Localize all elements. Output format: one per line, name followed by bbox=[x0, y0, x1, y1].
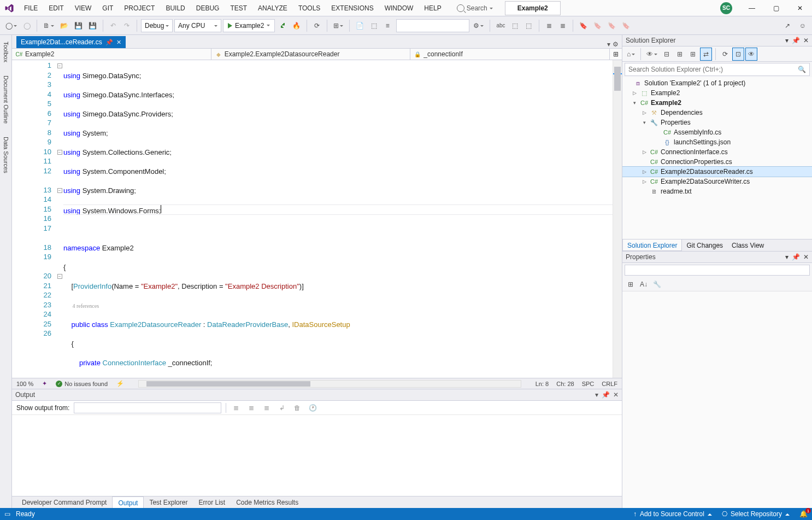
bookmark-next[interactable]: 🔖 bbox=[605, 19, 618, 32]
tb-abc[interactable]: abc bbox=[494, 19, 507, 32]
se-btn2[interactable]: ⊞ bbox=[674, 48, 686, 61]
tab-class-view[interactable]: Class View bbox=[727, 239, 768, 251]
hot-reload-button[interactable]: 🔥 bbox=[290, 19, 303, 32]
lightbulb-icon[interactable]: ⚡ bbox=[116, 380, 124, 387]
close-button[interactable]: ✕ bbox=[788, 0, 812, 16]
output-btn-4[interactable]: ↲ bbox=[276, 402, 287, 413]
tab-test-explorer[interactable]: Test Explorer bbox=[144, 496, 193, 509]
se-home-button[interactable]: ⌂ bbox=[625, 48, 637, 61]
fold-column[interactable]: − − − − bbox=[56, 60, 63, 378]
panel-dropdown-icon[interactable]: ▾ bbox=[595, 391, 598, 399]
tb-btn-7[interactable]: ≣ bbox=[543, 19, 555, 32]
notifications-icon[interactable]: 🔔1 bbox=[799, 510, 808, 518]
menu-debug[interactable]: DEBUG bbox=[191, 0, 225, 16]
pin-icon[interactable]: 📌 bbox=[602, 391, 610, 399]
tb-btn-4[interactable]: ≡ bbox=[381, 19, 393, 32]
menu-analyze[interactable]: ANALYZE bbox=[252, 0, 293, 16]
status-crlf[interactable]: CRLF bbox=[602, 381, 617, 387]
tb-btn-5[interactable]: ⬚ bbox=[509, 19, 521, 32]
redo-button[interactable]: ↷ bbox=[121, 19, 133, 32]
vertical-scrollbar[interactable] bbox=[613, 60, 622, 378]
menu-project[interactable]: PROJECT bbox=[119, 0, 160, 16]
config-combo[interactable]: Debug bbox=[141, 19, 173, 32]
output-header[interactable]: Output ▾ 📌 ✕ bbox=[12, 389, 622, 401]
se-btn3[interactable]: ⊞ bbox=[687, 48, 699, 61]
tb-btn-6[interactable]: ⬚ bbox=[523, 19, 535, 32]
menu-tools[interactable]: TOOLS bbox=[293, 0, 326, 16]
output-btn-2[interactable]: ≣ bbox=[246, 402, 257, 413]
open-button[interactable]: 📂 bbox=[58, 19, 70, 32]
feedback-button[interactable]: ☺ bbox=[797, 19, 809, 32]
menu-edit[interactable]: EDIT bbox=[43, 0, 69, 16]
properties-header[interactable]: Properties ▾📌✕ bbox=[622, 252, 812, 263]
solution-explorer-search[interactable]: Search Solution Explorer (Ctrl+;) 🔍 bbox=[625, 63, 810, 76]
user-avatar[interactable]: SC bbox=[720, 2, 732, 14]
solution-tree[interactable]: ⧈Solution 'Example2' (1 of 1 project) ▷⬚… bbox=[622, 77, 812, 239]
title-solution-tab[interactable]: Example2 bbox=[505, 1, 561, 15]
code-text[interactable]: using Simego.DataSync; using Simego.Data… bbox=[63, 60, 613, 378]
close-icon[interactable]: ✕ bbox=[803, 37, 809, 44]
solution-explorer-header[interactable]: Solution Explorer ▾📌✕ bbox=[622, 35, 812, 46]
tb-btn-3[interactable]: ⬚ bbox=[368, 19, 380, 32]
se-sync-button[interactable]: ⇄ bbox=[700, 48, 712, 61]
menu-window[interactable]: WINDOW bbox=[379, 0, 419, 16]
menu-test[interactable]: TEST bbox=[225, 0, 252, 16]
output-source-combo[interactable] bbox=[74, 402, 221, 413]
panel-dropdown-icon[interactable]: ▾ bbox=[785, 37, 789, 44]
menu-git[interactable]: GIT bbox=[97, 0, 119, 16]
menu-view[interactable]: VIEW bbox=[69, 0, 97, 16]
health-icon[interactable]: ✦ bbox=[42, 380, 47, 387]
find-box[interactable] bbox=[396, 19, 469, 32]
pin-icon[interactable]: 📌 bbox=[792, 253, 800, 261]
live-share-button[interactable]: ↗ bbox=[781, 19, 793, 32]
tb-btn-2[interactable]: 📄 bbox=[354, 19, 366, 32]
output-body[interactable] bbox=[12, 415, 622, 496]
tab-git-changes[interactable]: Git Changes bbox=[682, 239, 727, 251]
tab-error-list[interactable]: Error List bbox=[193, 496, 231, 509]
status-output-icon[interactable]: ▭ bbox=[4, 510, 10, 518]
menu-extensions[interactable]: EXTENSIONS bbox=[326, 0, 379, 16]
maximize-button[interactable]: ▢ bbox=[764, 0, 788, 16]
bookmark-prev[interactable]: 🔖 bbox=[591, 19, 604, 32]
codenav-project[interactable]: C#Example2 bbox=[12, 49, 211, 60]
codenav-member[interactable]: 🔒_connectionIf bbox=[410, 49, 610, 60]
close-icon[interactable]: ✕ bbox=[803, 253, 809, 261]
tab-options-icon[interactable]: ⚙ bbox=[613, 40, 619, 48]
properties-grid[interactable] bbox=[622, 291, 812, 508]
start-without-debug-button[interactable] bbox=[276, 19, 289, 32]
tab-overflow-icon[interactable]: ▾ bbox=[607, 40, 610, 48]
output-btn-1[interactable]: ≣ bbox=[231, 402, 242, 413]
codenav-class[interactable]: ◆Example2.Example2DatasourceReader bbox=[211, 49, 411, 60]
new-project-button[interactable]: 🗎 bbox=[41, 19, 56, 32]
codenav-split[interactable]: ⊞ bbox=[610, 49, 622, 60]
panel-dropdown-icon[interactable]: ▾ bbox=[785, 253, 789, 261]
menu-build[interactable]: BUILD bbox=[160, 0, 190, 16]
se-refresh[interactable]: ⟳ bbox=[719, 48, 731, 61]
platform-combo[interactable]: Any CPU bbox=[174, 19, 221, 32]
tab-output[interactable]: Output bbox=[112, 496, 144, 509]
document-tab[interactable]: Example2Dat...ceReader.cs 📌 ✕ bbox=[16, 36, 126, 48]
tb-btn-8[interactable]: ≣ bbox=[557, 19, 569, 32]
status-ln[interactable]: Ln: 8 bbox=[536, 381, 549, 387]
undo-button[interactable]: ↶ bbox=[107, 19, 119, 32]
props-categorized[interactable]: ⊞ bbox=[625, 278, 637, 291]
se-switch-view[interactable]: 👁 bbox=[644, 48, 660, 61]
se-showall[interactable]: ⊡ bbox=[732, 48, 744, 61]
data-sources-tab[interactable]: Data Sources bbox=[2, 133, 10, 177]
add-to-source-control[interactable]: ↑Add to Source Control bbox=[633, 510, 712, 518]
toolbox-tab[interactable]: Toolbox bbox=[2, 38, 10, 66]
minimize-button[interactable]: — bbox=[740, 0, 764, 16]
output-clear-btn[interactable]: 🗑 bbox=[292, 402, 303, 413]
se-btn1[interactable]: ⊟ bbox=[661, 48, 673, 61]
zoom-level[interactable]: 100 % bbox=[16, 381, 33, 387]
properties-object-combo[interactable] bbox=[625, 265, 810, 276]
tab-devprompt[interactable]: Developer Command Prompt bbox=[16, 496, 112, 509]
close-icon[interactable]: ✕ bbox=[613, 391, 619, 399]
output-btn-3[interactable]: ≣ bbox=[261, 402, 272, 413]
close-tab-icon[interactable]: ✕ bbox=[116, 39, 121, 46]
start-debug-button[interactable]: Example2 bbox=[223, 19, 275, 32]
tb-btn-1[interactable]: ⊞ bbox=[331, 19, 345, 32]
pin-icon[interactable]: 📌 bbox=[792, 37, 800, 44]
select-repository[interactable]: ⎔Select Repository bbox=[722, 510, 790, 518]
nav-forward-button[interactable]: ◯ bbox=[21, 19, 33, 32]
